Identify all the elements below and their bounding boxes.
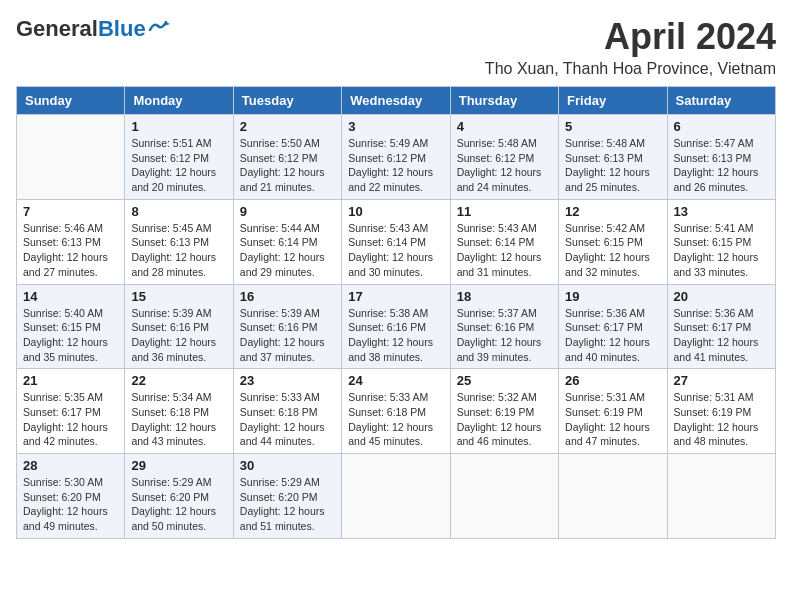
day-info: Sunrise: 5:41 AMSunset: 6:15 PMDaylight:… — [674, 221, 769, 280]
calendar-cell: 3Sunrise: 5:49 AMSunset: 6:12 PMDaylight… — [342, 115, 450, 200]
day-info: Sunrise: 5:46 AMSunset: 6:13 PMDaylight:… — [23, 221, 118, 280]
weekday-header-saturday: Saturday — [667, 87, 775, 115]
logo-general-text: General — [16, 16, 98, 42]
logo: General Blue — [16, 16, 170, 42]
calendar-week-row: 7Sunrise: 5:46 AMSunset: 6:13 PMDaylight… — [17, 199, 776, 284]
calendar-cell: 22Sunrise: 5:34 AMSunset: 6:18 PMDayligh… — [125, 369, 233, 454]
day-info: Sunrise: 5:44 AMSunset: 6:14 PMDaylight:… — [240, 221, 335, 280]
day-info: Sunrise: 5:50 AMSunset: 6:12 PMDaylight:… — [240, 136, 335, 195]
day-info: Sunrise: 5:39 AMSunset: 6:16 PMDaylight:… — [131, 306, 226, 365]
day-number: 10 — [348, 204, 443, 219]
day-info: Sunrise: 5:43 AMSunset: 6:14 PMDaylight:… — [457, 221, 552, 280]
day-number: 23 — [240, 373, 335, 388]
calendar-cell: 24Sunrise: 5:33 AMSunset: 6:18 PMDayligh… — [342, 369, 450, 454]
day-number: 14 — [23, 289, 118, 304]
calendar-cell — [559, 454, 667, 539]
calendar-cell: 20Sunrise: 5:36 AMSunset: 6:17 PMDayligh… — [667, 284, 775, 369]
calendar-cell: 25Sunrise: 5:32 AMSunset: 6:19 PMDayligh… — [450, 369, 558, 454]
calendar-cell: 28Sunrise: 5:30 AMSunset: 6:20 PMDayligh… — [17, 454, 125, 539]
day-number: 12 — [565, 204, 660, 219]
day-number: 30 — [240, 458, 335, 473]
day-number: 9 — [240, 204, 335, 219]
calendar-cell: 26Sunrise: 5:31 AMSunset: 6:19 PMDayligh… — [559, 369, 667, 454]
day-number: 26 — [565, 373, 660, 388]
day-number: 5 — [565, 119, 660, 134]
day-number: 7 — [23, 204, 118, 219]
day-info: Sunrise: 5:48 AMSunset: 6:13 PMDaylight:… — [565, 136, 660, 195]
calendar-cell: 21Sunrise: 5:35 AMSunset: 6:17 PMDayligh… — [17, 369, 125, 454]
day-info: Sunrise: 5:29 AMSunset: 6:20 PMDaylight:… — [240, 475, 335, 534]
day-number: 27 — [674, 373, 769, 388]
calendar-cell: 7Sunrise: 5:46 AMSunset: 6:13 PMDaylight… — [17, 199, 125, 284]
day-number: 2 — [240, 119, 335, 134]
calendar-cell: 8Sunrise: 5:45 AMSunset: 6:13 PMDaylight… — [125, 199, 233, 284]
calendar-cell: 4Sunrise: 5:48 AMSunset: 6:12 PMDaylight… — [450, 115, 558, 200]
calendar-week-row: 1Sunrise: 5:51 AMSunset: 6:12 PMDaylight… — [17, 115, 776, 200]
calendar-cell: 23Sunrise: 5:33 AMSunset: 6:18 PMDayligh… — [233, 369, 341, 454]
day-info: Sunrise: 5:31 AMSunset: 6:19 PMDaylight:… — [674, 390, 769, 449]
day-info: Sunrise: 5:51 AMSunset: 6:12 PMDaylight:… — [131, 136, 226, 195]
calendar-cell — [342, 454, 450, 539]
calendar-cell: 13Sunrise: 5:41 AMSunset: 6:15 PMDayligh… — [667, 199, 775, 284]
calendar-cell: 27Sunrise: 5:31 AMSunset: 6:19 PMDayligh… — [667, 369, 775, 454]
day-number: 28 — [23, 458, 118, 473]
day-info: Sunrise: 5:36 AMSunset: 6:17 PMDaylight:… — [674, 306, 769, 365]
calendar-cell: 12Sunrise: 5:42 AMSunset: 6:15 PMDayligh… — [559, 199, 667, 284]
calendar-cell: 16Sunrise: 5:39 AMSunset: 6:16 PMDayligh… — [233, 284, 341, 369]
day-number: 22 — [131, 373, 226, 388]
calendar-cell: 14Sunrise: 5:40 AMSunset: 6:15 PMDayligh… — [17, 284, 125, 369]
day-info: Sunrise: 5:29 AMSunset: 6:20 PMDaylight:… — [131, 475, 226, 534]
day-number: 24 — [348, 373, 443, 388]
day-number: 6 — [674, 119, 769, 134]
month-year-title: April 2024 — [485, 16, 776, 58]
calendar-week-row: 21Sunrise: 5:35 AMSunset: 6:17 PMDayligh… — [17, 369, 776, 454]
day-info: Sunrise: 5:37 AMSunset: 6:16 PMDaylight:… — [457, 306, 552, 365]
calendar-cell: 15Sunrise: 5:39 AMSunset: 6:16 PMDayligh… — [125, 284, 233, 369]
calendar-cell: 18Sunrise: 5:37 AMSunset: 6:16 PMDayligh… — [450, 284, 558, 369]
logo-wave-icon — [148, 18, 170, 34]
calendar-table: SundayMondayTuesdayWednesdayThursdayFrid… — [16, 86, 776, 539]
day-number: 25 — [457, 373, 552, 388]
day-info: Sunrise: 5:40 AMSunset: 6:15 PMDaylight:… — [23, 306, 118, 365]
weekday-header-sunday: Sunday — [17, 87, 125, 115]
day-info: Sunrise: 5:36 AMSunset: 6:17 PMDaylight:… — [565, 306, 660, 365]
logo-blue-text: Blue — [98, 16, 146, 42]
day-info: Sunrise: 5:45 AMSunset: 6:13 PMDaylight:… — [131, 221, 226, 280]
day-number: 8 — [131, 204, 226, 219]
weekday-header-tuesday: Tuesday — [233, 87, 341, 115]
weekday-header-wednesday: Wednesday — [342, 87, 450, 115]
day-info: Sunrise: 5:39 AMSunset: 6:16 PMDaylight:… — [240, 306, 335, 365]
day-info: Sunrise: 5:34 AMSunset: 6:18 PMDaylight:… — [131, 390, 226, 449]
calendar-cell — [667, 454, 775, 539]
day-info: Sunrise: 5:32 AMSunset: 6:19 PMDaylight:… — [457, 390, 552, 449]
calendar-cell: 19Sunrise: 5:36 AMSunset: 6:17 PMDayligh… — [559, 284, 667, 369]
day-number: 11 — [457, 204, 552, 219]
day-number: 17 — [348, 289, 443, 304]
weekday-header-thursday: Thursday — [450, 87, 558, 115]
day-number: 15 — [131, 289, 226, 304]
day-info: Sunrise: 5:31 AMSunset: 6:19 PMDaylight:… — [565, 390, 660, 449]
calendar-cell: 6Sunrise: 5:47 AMSunset: 6:13 PMDaylight… — [667, 115, 775, 200]
day-number: 3 — [348, 119, 443, 134]
weekday-header-friday: Friday — [559, 87, 667, 115]
calendar-cell: 2Sunrise: 5:50 AMSunset: 6:12 PMDaylight… — [233, 115, 341, 200]
day-number: 16 — [240, 289, 335, 304]
day-number: 13 — [674, 204, 769, 219]
day-info: Sunrise: 5:49 AMSunset: 6:12 PMDaylight:… — [348, 136, 443, 195]
day-number: 18 — [457, 289, 552, 304]
day-info: Sunrise: 5:43 AMSunset: 6:14 PMDaylight:… — [348, 221, 443, 280]
weekday-header-monday: Monday — [125, 87, 233, 115]
day-info: Sunrise: 5:30 AMSunset: 6:20 PMDaylight:… — [23, 475, 118, 534]
day-number: 19 — [565, 289, 660, 304]
calendar-week-row: 28Sunrise: 5:30 AMSunset: 6:20 PMDayligh… — [17, 454, 776, 539]
location-subtitle: Tho Xuan, Thanh Hoa Province, Vietnam — [485, 60, 776, 78]
day-number: 21 — [23, 373, 118, 388]
calendar-cell: 11Sunrise: 5:43 AMSunset: 6:14 PMDayligh… — [450, 199, 558, 284]
weekday-header-row: SundayMondayTuesdayWednesdayThursdayFrid… — [17, 87, 776, 115]
day-info: Sunrise: 5:35 AMSunset: 6:17 PMDaylight:… — [23, 390, 118, 449]
calendar-cell — [450, 454, 558, 539]
calendar-cell: 29Sunrise: 5:29 AMSunset: 6:20 PMDayligh… — [125, 454, 233, 539]
day-info: Sunrise: 5:33 AMSunset: 6:18 PMDaylight:… — [348, 390, 443, 449]
calendar-cell: 10Sunrise: 5:43 AMSunset: 6:14 PMDayligh… — [342, 199, 450, 284]
calendar-cell: 5Sunrise: 5:48 AMSunset: 6:13 PMDaylight… — [559, 115, 667, 200]
